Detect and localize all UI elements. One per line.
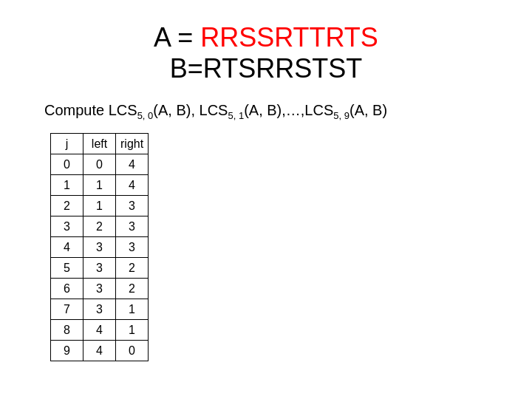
lcs-table: j left right 004114213323433532632731841… xyxy=(50,133,149,361)
cell-2: 4 xyxy=(116,175,149,196)
cell-2: 2 xyxy=(116,279,149,299)
col-header-j: j xyxy=(51,134,83,154)
cell-1: 3 xyxy=(83,258,116,279)
cell-1: 2 xyxy=(83,216,116,237)
cell-2: 4 xyxy=(116,154,149,175)
cell-1: 3 xyxy=(83,279,116,299)
cell-0: 2 xyxy=(51,196,83,216)
cell-0: 1 xyxy=(51,175,83,196)
cell-0: 9 xyxy=(51,341,83,361)
cell-0: 0 xyxy=(51,154,83,175)
table-row: 841 xyxy=(51,320,149,341)
cell-1: 4 xyxy=(83,320,116,341)
cell-0: 6 xyxy=(51,279,83,299)
table-row: 323 xyxy=(51,216,149,237)
cell-1: 0 xyxy=(83,154,116,175)
title-red: RRSSRTTRTS xyxy=(200,22,378,52)
cell-0: 3 xyxy=(51,216,83,237)
cell-0: 8 xyxy=(51,320,83,341)
title-line2: B=RTSRRSTST xyxy=(44,53,488,84)
table-row: 114 xyxy=(51,175,149,196)
cell-2: 3 xyxy=(116,196,149,216)
table-row: 532 xyxy=(51,258,149,279)
cell-0: 4 xyxy=(51,237,83,258)
table-row: 004 xyxy=(51,154,149,175)
cell-0: 5 xyxy=(51,258,83,279)
table-row: 731 xyxy=(51,299,149,320)
table-row: 632 xyxy=(51,279,149,299)
col-header-right: right xyxy=(116,134,149,154)
title-prefix: A = xyxy=(154,22,200,52)
cell-2: 3 xyxy=(116,237,149,258)
col-header-left: left xyxy=(83,134,116,154)
table-row: 433 xyxy=(51,237,149,258)
cell-1: 3 xyxy=(83,237,116,258)
compute-line: Compute LCS5, 0(A, B), LCS5, 1(A, B),…,L… xyxy=(44,102,387,121)
cell-1: 1 xyxy=(83,196,116,216)
table-row: 213 xyxy=(51,196,149,216)
cell-1: 3 xyxy=(83,299,116,320)
cell-2: 1 xyxy=(116,299,149,320)
cell-1: 4 xyxy=(83,341,116,361)
cell-2: 0 xyxy=(116,341,149,361)
cell-2: 2 xyxy=(116,258,149,279)
title-line1: A = RRSSRTTRTS xyxy=(44,22,488,53)
cell-2: 1 xyxy=(116,320,149,341)
cell-1: 1 xyxy=(83,175,116,196)
title-block: A = RRSSRTTRTS B=RTSRRSTST xyxy=(44,22,488,84)
table-row: 940 xyxy=(51,341,149,361)
cell-2: 3 xyxy=(116,216,149,237)
cell-0: 7 xyxy=(51,299,83,320)
